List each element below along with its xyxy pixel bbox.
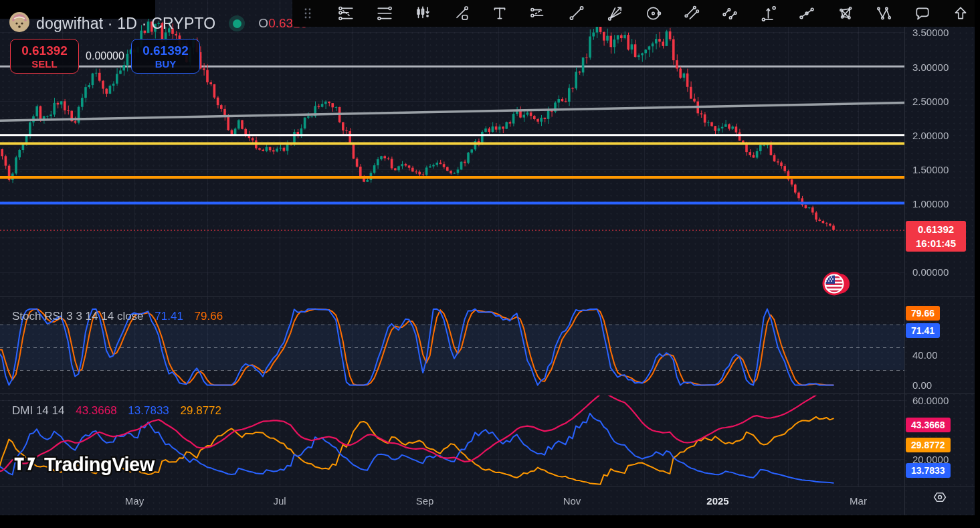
- last-price-badge: 0.61392 16:01:45: [906, 221, 966, 252]
- axis-tick-label: 1.50000: [912, 164, 949, 175]
- indicator-value-badge: 79.66: [906, 306, 940, 321]
- time-axis[interactable]: MayJulSepNov2025Mar: [0, 487, 975, 515]
- tradingview-logo-text: TradingView: [44, 454, 155, 476]
- horizontal-line-icon[interactable]: [376, 5, 393, 22]
- spread-value: 0.00000: [79, 50, 131, 62]
- stoch-k-value: 71.41: [155, 310, 183, 323]
- pane-separator[interactable]: [0, 393, 975, 394]
- buy-label: BUY: [155, 58, 177, 70]
- symbol-title[interactable]: dogwifhat · 1D · CRYPTO: [36, 15, 215, 33]
- sell-price: 0.61392: [21, 43, 68, 58]
- right-edge-mask: [975, 0, 980, 528]
- fib-circle-icon[interactable]: [645, 5, 662, 22]
- gear-icon[interactable]: [931, 489, 949, 506]
- axis-tick-label: 0.00000: [912, 266, 949, 278]
- open-label: O: [258, 16, 268, 30]
- symbol-header: dogwifhat · 1D · CRYPTO O0.6316: [9, 12, 307, 35]
- bar-countdown: 16:01:45: [907, 236, 965, 250]
- dmi-title: DMI 14 14: [12, 404, 64, 417]
- trend-line-icon[interactable]: [568, 5, 585, 22]
- dmi-adx-value: 43.3668: [76, 404, 116, 417]
- drawing-toolbar: [292, 0, 980, 27]
- indicator-value-badge: 13.7833: [906, 463, 951, 478]
- us-flag-event-icon[interactable]: [820, 269, 852, 301]
- tradingview-logo-icon: [12, 454, 39, 476]
- sell-label: SELL: [31, 58, 57, 70]
- indicator-value-badge: 29.8772: [906, 438, 951, 452]
- tradingview-chart-window: dogwifhat · 1D · CRYPTO O0.6316 0.61392 …: [0, 0, 980, 528]
- stoch-rsi-legend[interactable]: Stoch RSI 3 3 14 14 close 71.41 79.66: [12, 310, 223, 323]
- gann-fan-icon[interactable]: [606, 5, 623, 22]
- polyline-icon[interactable]: [798, 5, 815, 22]
- stoch-d-value: 79.66: [195, 310, 223, 323]
- last-price-value: 0.61392: [907, 222, 965, 236]
- triangle-pattern-icon[interactable]: [875, 5, 892, 22]
- axis-tick-label: 3.50000: [912, 27, 949, 38]
- time-tick-label: May: [125, 495, 144, 507]
- time-tick-label: Jul: [273, 495, 286, 507]
- drag-handle-icon[interactable]: [299, 5, 316, 22]
- xabcd-pattern-icon[interactable]: [837, 5, 854, 22]
- axis-tick-label: 1.00000: [912, 198, 949, 209]
- axis-tick-label: 60.0000: [912, 395, 949, 406]
- symbol-avatar: [9, 12, 29, 35]
- price-axis[interactable]: 0.61392 16:01:45 3.500003.000002.500002.…: [905, 0, 975, 515]
- buy-price: 0.61392: [142, 43, 189, 58]
- axis-tick-label: 3.00000: [912, 62, 949, 73]
- dmi-legend[interactable]: DMI 14 14 43.3668 13.7833 29.8772: [12, 404, 221, 418]
- axis-tick-label: 40.00: [912, 349, 938, 361]
- cross-line-icon[interactable]: [337, 5, 355, 22]
- arrow-up-icon[interactable]: [952, 5, 969, 22]
- indicator-value-badge: 43.3668: [906, 418, 951, 432]
- sell-button[interactable]: 0.61392 SELL: [10, 39, 79, 74]
- pitchfork-icon[interactable]: [453, 5, 470, 22]
- buy-button[interactable]: 0.61392 BUY: [131, 39, 200, 74]
- indicator-value-badge: 71.41: [906, 323, 940, 338]
- buy-sell-widget: 0.61392 SELL 0.00000 0.61392 BUY: [10, 39, 200, 74]
- bars-pattern-icon[interactable]: [414, 5, 431, 22]
- axis-tick-label: 2.50000: [912, 96, 949, 107]
- axis-tick-label: 0.00: [912, 379, 932, 391]
- market-status-icon[interactable]: [229, 15, 245, 31]
- dmi-plus-di-value: 13.7833: [128, 404, 169, 417]
- info-line-icon[interactable]: [529, 5, 547, 22]
- time-tick-label: Nov: [563, 495, 581, 507]
- callout-icon[interactable]: [914, 5, 931, 22]
- tradingview-watermark: TradingView: [12, 454, 155, 476]
- stoch-rsi-title: Stoch RSI 3 3 14 14 close: [12, 310, 144, 323]
- axis-tick-label: 2.00000: [912, 130, 949, 141]
- price-chart-canvas[interactable]: [0, 0, 980, 528]
- parallel-channel-icon[interactable]: [683, 5, 700, 22]
- time-tick-label: 2025: [706, 495, 728, 507]
- bottom-edge-mask: [0, 515, 980, 528]
- time-tick-label: Mar: [850, 495, 867, 507]
- disjoint-channel-icon[interactable]: [721, 5, 739, 22]
- text-icon[interactable]: [491, 5, 508, 22]
- projection-icon[interactable]: [760, 5, 777, 22]
- dmi-minus-di-value: 29.8772: [181, 404, 221, 417]
- time-tick-label: Sep: [416, 495, 434, 507]
